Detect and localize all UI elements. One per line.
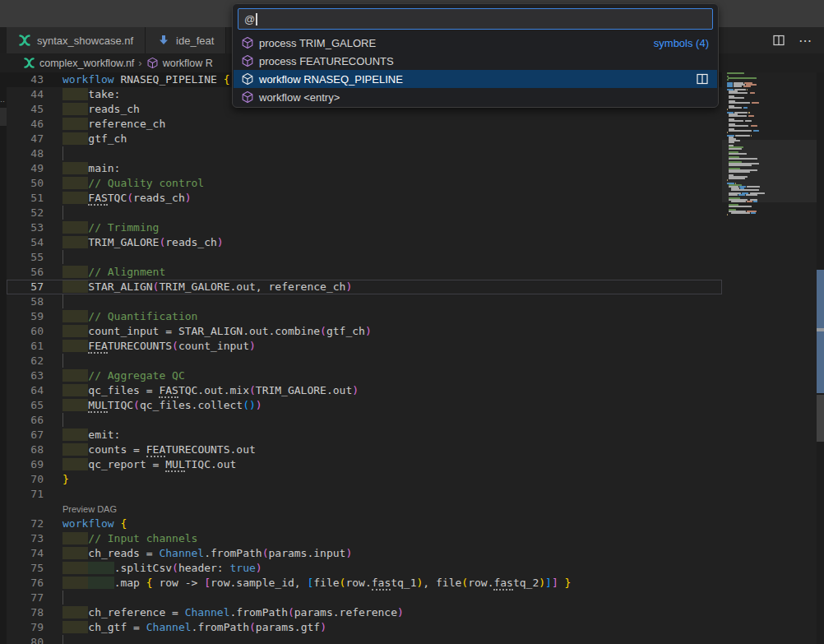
quick-open-item-label: workflow RNASEQ_PIPELINE: [259, 73, 403, 86]
line-number: 44: [7, 87, 44, 102]
code-line[interactable]: 64 qc_files = FASTQC.out.mix(TRIM_GALORE…: [7, 383, 722, 398]
line-number: 62: [7, 354, 44, 368]
code-line[interactable]: 78 ch_reference = Channel.fromPath(param…: [7, 605, 722, 620]
line-number: 54: [7, 235, 44, 250]
code-line[interactable]: 59 // Quantification: [7, 309, 722, 324]
minimap[interactable]: [722, 72, 817, 644]
codelens-label[interactable]: Preview DAG: [62, 502, 722, 517]
line-number: 80: [7, 635, 44, 644]
code-line[interactable]: 75 .splitCsv(header: true): [7, 561, 722, 576]
open-to-side-icon[interactable]: [696, 72, 709, 86]
scrollbar-slider[interactable]: [817, 270, 824, 393]
split-editor-icon[interactable]: [771, 33, 786, 48]
quick-open-item[interactable]: workflow <entry>: [234, 88, 717, 106]
code-line-content: }: [62, 472, 722, 487]
nextflow-icon: [23, 57, 35, 69]
code-line[interactable]: 74 ch_reads = Channel.fromPath(params.in…: [7, 546, 722, 561]
code-line-content: .splitCsv(header: true): [62, 561, 722, 576]
line-number: 78: [7, 605, 44, 620]
code-line[interactable]: 79 ch_gtf = Channel.fromPath(params.gtf): [7, 620, 722, 635]
nextflow-icon: [18, 34, 31, 47]
code-line-content: ch_gtf = Channel.fromPath(params.gtf): [62, 620, 722, 635]
code-line[interactable]: 51 FASTQC(reads_ch): [7, 191, 722, 206]
line-number: 43: [7, 72, 44, 87]
breadcrumb-symbol[interactable]: workflow R: [163, 58, 213, 69]
code-line[interactable]: 62: [7, 354, 722, 368]
code-line[interactable]: 57 STAR_ALIGN(TRIM_GALORE.out, reference…: [7, 280, 722, 294]
minimap-code-render: [727, 72, 817, 215]
codelens-preview-dag[interactable]: Preview DAG: [7, 502, 722, 517]
code-line-content: workflow {: [62, 517, 722, 531]
quick-open-input[interactable]: @: [238, 8, 713, 30]
code-line[interactable]: 55: [7, 250, 722, 265]
symbols-count-badge[interactable]: symbols (4): [654, 37, 709, 49]
line-number: 55: [7, 250, 44, 265]
code-line[interactable]: 80: [7, 635, 722, 644]
code-line[interactable]: 66: [7, 413, 722, 428]
text-caret: [256, 13, 257, 25]
line-number: 79: [7, 620, 44, 635]
code-line[interactable]: 68 counts = FEATURECOUNTS.out: [7, 442, 722, 457]
line-number: 50: [7, 176, 44, 191]
vscode-window: syntax_showcase.nf ide_feat ⋯: [0, 0, 824, 644]
line-number: 66: [7, 413, 44, 428]
code-line-content: counts = FEATURECOUNTS.out: [62, 442, 722, 457]
code-line[interactable]: 71: [7, 487, 722, 502]
editor-scrollbar[interactable]: [817, 72, 824, 644]
code-line[interactable]: 60 count_input = STAR_ALIGN.out.combine(…: [7, 324, 722, 339]
code-line[interactable]: 73 // Input channels: [7, 531, 722, 546]
code-line[interactable]: 54 TRIM_GALORE(reads_ch): [7, 235, 722, 250]
sash-dots: ‥: [0, 95, 6, 104]
code-line[interactable]: 58: [7, 294, 722, 309]
tab-ide-features[interactable]: ide_feat: [146, 27, 226, 53]
code-line-content: emit:: [62, 428, 722, 442]
code-line-content: [62, 250, 722, 265]
code-line[interactable]: 65 MULTIQC(qc_files.collect()): [7, 398, 722, 413]
quick-open-item[interactable]: process TRIM_GALOREsymbols (4): [234, 34, 717, 52]
code-line-content: qc_files = FASTQC.out.mix(TRIM_GALORE.ou…: [62, 383, 722, 398]
breadcrumb-file[interactable]: complex_workflow.nf: [39, 58, 134, 69]
scrollbar-decoration: [817, 395, 824, 442]
scrollbar-current-line-marker: [817, 328, 824, 331]
code-line[interactable]: 56 // Alignment: [7, 265, 722, 280]
tab-syntax-showcase[interactable]: syntax_showcase.nf: [7, 27, 146, 53]
line-number: 76: [7, 576, 44, 591]
quick-open-item[interactable]: workflow RNASEQ_PIPELINE: [234, 70, 717, 88]
code-line-content: FASTQC(reads_ch): [62, 191, 722, 206]
more-actions-icon[interactable]: ⋯: [798, 33, 812, 48]
line-number: 59: [7, 309, 44, 324]
sash-handle[interactable]: [0, 108, 7, 126]
code-line[interactable]: 63 // Aggregate QC: [7, 368, 722, 383]
quick-open-item-label: process FEATURECOUNTS: [259, 55, 394, 67]
code-line[interactable]: 70}: [7, 472, 722, 487]
code-line[interactable]: 53 // Trimming: [7, 220, 722, 235]
code-line[interactable]: 48: [7, 146, 722, 161]
code-line[interactable]: 69 qc_report = MULTIQC.out: [7, 457, 722, 472]
code-line[interactable]: 72workflow {: [7, 517, 722, 531]
tab-label: syntax_showcase.nf: [37, 35, 133, 47]
code-line[interactable]: 50 // Quality control: [7, 176, 722, 191]
line-number: 70: [7, 472, 44, 487]
code-line[interactable]: 46 reference_ch: [7, 117, 722, 132]
code-line[interactable]: 67 emit:: [7, 428, 722, 442]
code-line-content: [62, 294, 722, 309]
code-line-content: [62, 487, 722, 502]
code-line[interactable]: 47 gtf_ch: [7, 132, 722, 146]
code-line[interactable]: 76 .map { row -> [row.sample_id, [file(r…: [7, 576, 722, 591]
code-line[interactable]: 49 main:: [7, 161, 722, 176]
code-line[interactable]: 61 FEATURECOUNTS(count_input): [7, 339, 722, 354]
left-sash[interactable]: ‥: [0, 72, 7, 644]
code-editor[interactable]: 43workflow RNASEQ_PIPELINE {44 take:45 r…: [7, 72, 722, 644]
quick-open-query: @: [244, 13, 255, 25]
line-number: 58: [7, 294, 44, 309]
line-number: 45: [7, 102, 44, 117]
symbol-cube-icon: [241, 72, 254, 86]
code-line[interactable]: 52: [7, 206, 722, 220]
code-line[interactable]: 77: [7, 591, 722, 605]
breadcrumb-separator: ›: [138, 57, 141, 69]
code-line-content: // Input channels: [62, 531, 722, 546]
line-number: 46: [7, 117, 44, 132]
quick-open-item[interactable]: process FEATURECOUNTS: [234, 52, 717, 70]
code-line-content: count_input = STAR_ALIGN.out.combine(gtf…: [62, 324, 722, 339]
line-number: 67: [7, 428, 44, 442]
